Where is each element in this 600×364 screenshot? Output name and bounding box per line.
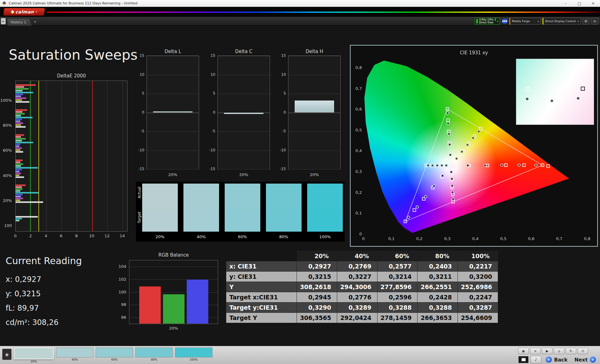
- delta-l-plot: [147, 56, 199, 170]
- deltae-bar: [16, 109, 27, 111]
- speaker-button[interactable]: ♪: [531, 356, 541, 363]
- preset-swatch-80%[interactable]: 80%: [135, 347, 173, 361]
- inset-marker: [526, 87, 530, 91]
- measured-point: [448, 132, 451, 135]
- delta-c-x-label: 20%: [218, 172, 270, 177]
- delta-c-title: Delta C: [218, 49, 270, 54]
- axis-label: 10: [281, 72, 286, 77]
- axis-label: 5: [283, 91, 286, 96]
- target-square: [446, 119, 450, 122]
- next-button[interactable]: Next »: [572, 356, 598, 364]
- axis-label: -5: [212, 129, 215, 133]
- deltae-bar: [16, 220, 19, 221]
- swatch-label: 100%: [307, 234, 343, 239]
- table-cell: 0,2776: [337, 292, 377, 303]
- play-button[interactable]: ▶: [542, 348, 552, 354]
- axis-label: 100: [118, 289, 126, 294]
- back-label: Back: [554, 357, 568, 363]
- delta-l-chart: Delta L 151050-5-10-15 20%: [137, 47, 203, 181]
- preset-swatch-label: 40%: [56, 358, 93, 361]
- axis-label: 0: [142, 110, 144, 115]
- deltae-x-axis: 02468101214: [15, 234, 128, 239]
- preset-swatch-60%[interactable]: 60%: [96, 347, 133, 361]
- preset-swatch-20%[interactable]: 20%: [14, 347, 54, 363]
- settings-gear-button[interactable]: ⚙: [582, 18, 589, 25]
- reading-value: fL: 89,97: [6, 304, 82, 312]
- home-button[interactable]: ⌂: [554, 348, 564, 354]
- axis-label: 10: [89, 234, 94, 238]
- target-square: [413, 209, 416, 212]
- axis-label: 0,3: [444, 236, 451, 241]
- back-button[interactable]: « Back: [543, 356, 570, 364]
- measured-point: [451, 184, 454, 187]
- table-cell: 0,3287: [458, 303, 498, 313]
- display-control-selector[interactable]: Direct Display Control ▾: [542, 18, 581, 25]
- deltae-bar: [16, 176, 24, 178]
- delta-c-chart: Delta C 151050-5-10-15 20%: [208, 47, 274, 181]
- table-cell: 0,3211: [418, 272, 458, 282]
- measured-point: [455, 157, 458, 160]
- saturation-swatch: 60%: [225, 184, 260, 239]
- window-title: Calman 2025 Calman Ultimate for Business…: [9, 1, 138, 5]
- axis-label: 102: [118, 277, 126, 281]
- deltae-bar: [16, 99, 22, 101]
- deltae-chart-title: DeltaE 2000: [15, 73, 128, 79]
- measured-point: [432, 184, 436, 188]
- eye-icon: ◉: [5, 352, 8, 357]
- target-square: [404, 220, 407, 223]
- gridline: [147, 169, 199, 170]
- maximize-button[interactable]: □: [572, 0, 586, 7]
- cie-title: CIE 1931 xy: [351, 50, 597, 56]
- table-cell: 0,2428: [418, 292, 458, 303]
- target-square: [541, 164, 544, 167]
- cie-inset-detail: [516, 59, 594, 125]
- power-button[interactable]: ⊙: [578, 348, 588, 354]
- axis-label: 0,5: [500, 236, 507, 241]
- table-header-cell: 20%: [297, 251, 337, 261]
- close-button[interactable]: ×: [586, 0, 600, 7]
- measured-point: [460, 150, 463, 153]
- axis-label: 15: [211, 53, 215, 58]
- deltae-bar: [16, 134, 24, 136]
- preview-eye-button[interactable]: ◉: [2, 349, 12, 360]
- axis-label: 98: [121, 302, 126, 307]
- gridline: [288, 94, 340, 94]
- axis-label: 0: [14, 234, 17, 238]
- app-icon: [2, 1, 6, 5]
- meter-selector[interactable]: X-Rite i1Pro 3 Direct View ▾: [475, 18, 500, 25]
- table-corner-cell: [226, 251, 297, 261]
- next-icon: »: [590, 357, 596, 363]
- axis-label: -5: [282, 129, 286, 133]
- pattern-source-selector[interactable]: Mobile Forge ▾: [509, 18, 541, 25]
- minimize-button[interactable]: –: [559, 0, 572, 7]
- chevron-down-icon: ▾: [578, 20, 579, 23]
- calman-diamond-icon: [11, 10, 15, 14]
- speaker-icon: ♪: [535, 357, 537, 362]
- deltae-bar: [16, 169, 22, 170]
- bottom-icon-row: ◉×▶⌂↻⊙: [518, 348, 588, 354]
- measured-point: [466, 143, 469, 146]
- menu-button[interactable]: ≡: [591, 18, 598, 25]
- preset-swatch-label: 100%: [175, 358, 212, 361]
- gridline: [147, 113, 199, 113]
- camera-button[interactable]: ◉: [518, 348, 529, 354]
- tab-history-1[interactable]: History 1: [8, 19, 32, 26]
- window-controls: – □ ×: [559, 0, 600, 7]
- table-header-cell: 60%: [377, 251, 418, 261]
- delta-l-y-axis: 151050-5-10-15: [137, 56, 146, 170]
- rgb-bar-green: [163, 294, 185, 324]
- gridline: [288, 150, 340, 151]
- delete-button[interactable]: ×: [530, 348, 541, 354]
- table-cell: 277,8596: [377, 282, 418, 292]
- refresh-button[interactable]: ↻: [566, 348, 576, 354]
- gridline: [218, 94, 270, 94]
- calman-logo[interactable]: calman ▾: [3, 8, 45, 16]
- add-tab-button[interactable]: +: [32, 19, 38, 24]
- preset-swatch-100%[interactable]: 100%: [175, 347, 212, 361]
- collapse-panel-button[interactable]: ▸: [1, 18, 6, 24]
- display-pattern-button[interactable]: [518, 356, 529, 363]
- axis-label: 80%: [3, 123, 12, 127]
- preset-swatch-40%[interactable]: 40%: [56, 347, 93, 361]
- gridline: [288, 75, 340, 75]
- axis-label: 10: [211, 72, 215, 77]
